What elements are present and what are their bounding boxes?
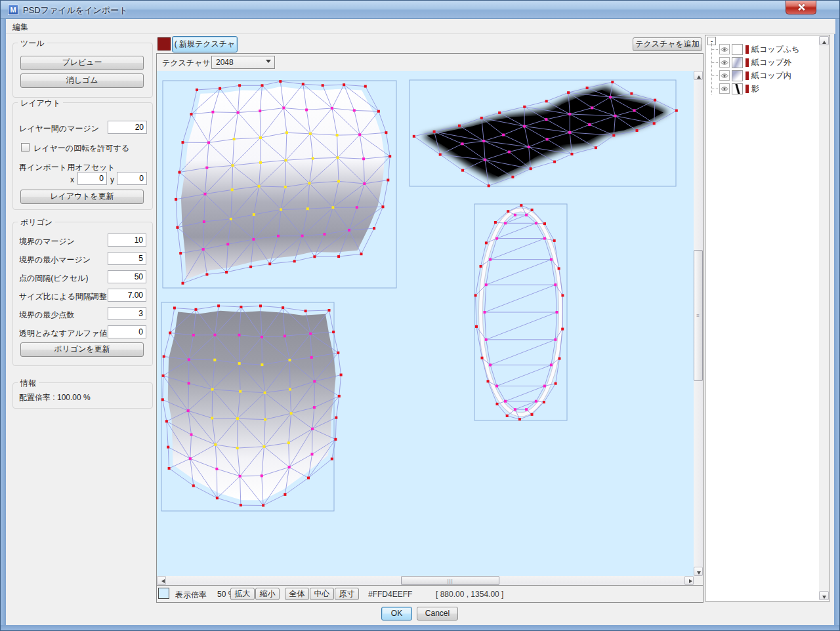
layer-thumbnail [732,83,743,94]
visibility-eye-icon[interactable] [719,57,730,68]
window-border-right [834,19,839,626]
boundary-min-margin-input[interactable] [108,252,146,265]
canvas-hscroll-thumb[interactable]: ||| [401,576,499,585]
texture-tab[interactable]: ( 新規テクスチャ 0 ) [172,36,238,52]
layer-label[interactable]: 影 [751,83,759,94]
texture-canvas[interactable] [157,71,694,576]
alpha-threshold-input[interactable] [108,325,146,338]
info-group-title: 情報 [18,378,39,389]
window-title: PSDファイルをインポート [23,5,127,16]
layer-color-bar [746,45,749,54]
title-bar[interactable]: M PSDファイルをインポート [1,1,839,19]
zoom-out-button[interactable]: 縮小 [255,588,280,600]
offset-y-input[interactable] [117,172,147,185]
zoom-in-button[interactable]: 拡大 [230,588,255,600]
tree-stub [712,49,718,50]
layer-margin-input[interactable] [108,121,147,134]
visibility-eye-icon[interactable] [719,44,730,54]
menu-edit[interactable]: 編集 [6,19,33,33]
layer-row-0[interactable]: 紙コップふち [712,43,799,56]
size-ratio-adjust-label: サイズ比による間隔調整 [19,291,107,302]
canvas-color-value: #FFD4EEFF [368,590,412,599]
scroll-down-icon[interactable] [694,567,703,576]
scroll-right-icon[interactable] [684,576,694,585]
boundary-min-points-label: 境界の最少点数 [19,310,74,321]
eraser-button[interactable]: 消しゴム [20,73,144,88]
point-spacing-input[interactable] [108,270,146,283]
window-border-left [1,19,6,626]
offset-x-label: x [70,175,74,184]
scroll-left-icon[interactable] [157,576,166,585]
visibility-eye-icon[interactable] [719,70,730,81]
point-spacing-label: 点の間隔(ピクセル) [19,273,88,284]
layer-color-bar [746,71,749,80]
layer-margin-label: レイヤー間のマージン [19,123,99,134]
close-button[interactable] [786,1,816,14]
layer-color-bar [746,58,749,67]
app-icon: M [8,5,18,15]
canvas-hscrollbar[interactable]: ||| [157,576,694,585]
layer-label[interactable]: 紙コップ外 [751,57,791,68]
tree-stub [712,89,718,89]
texture-size-row: テクスチャサイズ 2048 [157,54,703,71]
layer-label[interactable]: 紙コップふち [751,44,799,55]
canvas-status-bar: 表示倍率 50 % 拡大 縮小 全体 中心 原寸 #FFD4EEFF [ 880… [157,585,703,602]
texture-tab-swatch [158,37,171,51]
boundary-margin-input[interactable] [108,234,146,247]
layout-group-title: レイアウト [18,98,63,109]
layer-row-1[interactable]: 紙コップ外 [712,56,791,69]
scroll-corner [694,576,703,585]
canvas-color-swatch[interactable] [158,588,169,599]
layers-scrollbar[interactable] [819,36,829,600]
canvas-vscrollbar[interactable]: ≡ [694,71,703,576]
layers-panel: - 紙コップふち 紙コップ外 紙コップ [705,35,830,601]
update-polygon-button[interactable]: ポリゴンを更新 [20,342,144,357]
cancel-button[interactable]: Cancel [417,607,458,621]
center-view-button[interactable]: 中心 [310,588,334,600]
polygon-group-title: ポリゴン [18,217,55,228]
import-psd-dialog: M PSDファイルをインポート 編集 ツール プレビュー 消しゴム レイアウト … [0,0,840,631]
zoom-label: 表示倍率 [175,590,207,601]
offset-y-label: y [110,175,114,184]
boundary-min-margin-label: 境界の最小マージン [19,254,91,266]
boundary-margin-label: 境界のマージン [19,236,75,247]
allow-rotation-label: レイヤーの回転を許可する [33,143,129,154]
chevron-down-icon [266,60,271,66]
cursor-coords: [ 880.00 , 1354.00 ] [436,590,503,599]
close-icon [798,4,805,10]
tools-group-title: ツール [18,38,47,49]
preview-button[interactable]: プレビュー [20,56,144,70]
tools-group: ツール [12,43,153,98]
window-border-bottom [1,625,839,630]
boundary-min-points-input[interactable] [108,307,146,320]
layer-row-2[interactable]: 紙コップ内 [712,69,791,82]
update-layout-button[interactable]: レイアウトを更新 [20,190,144,204]
scroll-down-icon[interactable] [819,591,829,600]
layer-thumbnail [732,44,743,55]
layer-color-bar [746,85,749,93]
canvas-vscroll-thumb[interactable]: ≡ [694,250,703,381]
scroll-up-icon[interactable] [819,36,829,45]
allow-rotation-checkbox[interactable] [21,143,30,152]
texture-size-dropdown[interactable]: 2048 [211,56,275,69]
fit-view-button[interactable]: 全体 [285,588,309,600]
menu-bar: 編集 [6,19,835,34]
scroll-up-icon[interactable] [694,71,703,80]
layer-thumbnail [732,57,743,68]
texture-canvas-area[interactable] [157,71,694,576]
offset-x-input[interactable] [77,172,107,185]
layer-label[interactable]: 紙コップ内 [751,70,791,81]
layer-row-3[interactable]: 影 [712,82,759,95]
placement-scale-text: 配置倍率 : 100.00 % [19,392,91,403]
tree-stub [712,62,718,63]
ok-button[interactable]: OK [381,607,412,621]
size-ratio-adjust-input[interactable] [108,289,146,302]
actual-size-button[interactable]: 原寸 [335,588,359,600]
texture-size-value: 2048 [216,58,234,67]
layer-thumbnail [732,70,743,81]
add-texture-button[interactable]: テクスチャを追加 [633,37,702,51]
alpha-threshold-label: 透明とみなすアルファ値 [19,328,107,339]
visibility-eye-icon[interactable] [719,83,730,94]
tree-stub [712,75,718,76]
